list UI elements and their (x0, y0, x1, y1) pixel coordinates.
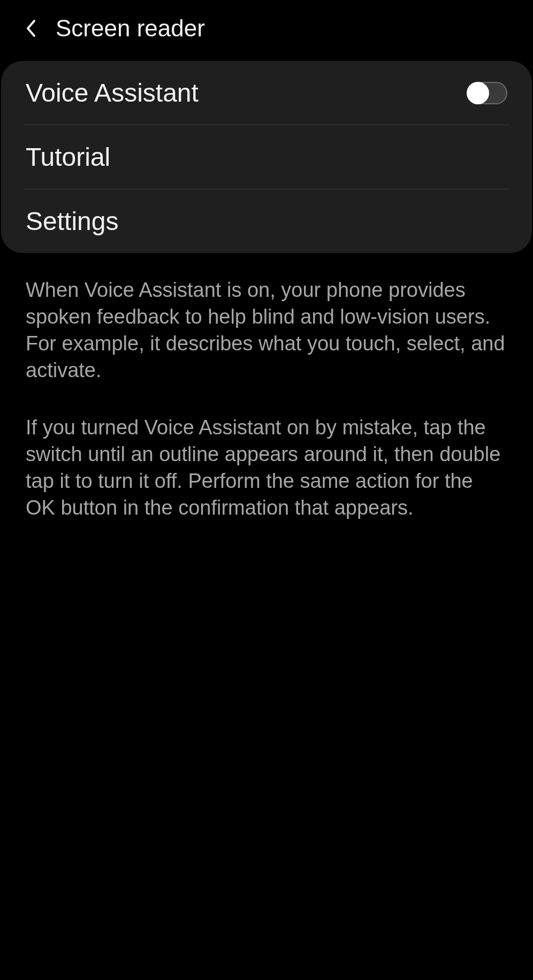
page-title: Screen reader (56, 15, 205, 42)
settings-label: Settings (26, 206, 118, 236)
voice-assistant-label: Voice Assistant (26, 78, 199, 108)
settings-item[interactable]: Settings (1, 189, 532, 253)
description-para-2: If you turned Voice Assistant on by mist… (26, 414, 507, 522)
tutorial-item[interactable]: Tutorial (1, 125, 532, 189)
settings-card: Voice Assistant Tutorial Settings (1, 61, 532, 253)
toggle-knob (467, 82, 489, 104)
description-para-1: When Voice Assistant is on, your phone p… (26, 277, 507, 384)
header: Screen reader (0, 0, 533, 57)
back-icon[interactable] (24, 18, 39, 39)
voice-assistant-toggle[interactable] (467, 82, 507, 104)
tutorial-label: Tutorial (26, 142, 110, 172)
voice-assistant-item[interactable]: Voice Assistant (1, 61, 532, 125)
description-text: When Voice Assistant is on, your phone p… (0, 253, 533, 521)
